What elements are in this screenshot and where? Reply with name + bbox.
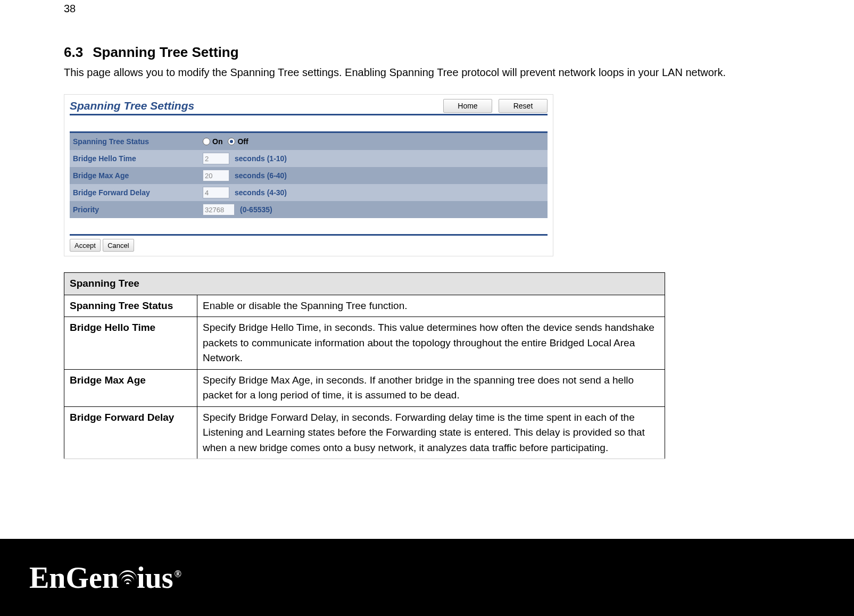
- section-number: 6.3: [64, 44, 83, 60]
- max-age-label: Bridge Max Age: [70, 171, 203, 180]
- table-row: Bridge Hello Time Specify Bridge Hello T…: [64, 317, 665, 370]
- param-name: Bridge Max Age: [64, 369, 197, 406]
- brand-text-gen: Gen: [66, 561, 119, 595]
- home-button[interactable]: Home: [443, 99, 492, 113]
- max-age-input[interactable]: [203, 170, 229, 181]
- parameter-description-table: Spanning Tree Spanning Tree Status Enabl…: [64, 272, 665, 459]
- param-desc: Specify Bridge Max Age, in seconds. If a…: [197, 369, 665, 406]
- priority-input[interactable]: [203, 204, 235, 215]
- section-heading: 6.3Spanning Tree Setting: [64, 44, 790, 61]
- radio-icon: [228, 138, 235, 145]
- brand-text-en: En: [29, 561, 66, 595]
- forward-delay-input[interactable]: [203, 187, 229, 198]
- settings-form: Spanning Tree Status On Off Bridge Hello…: [70, 131, 548, 218]
- hello-time-input[interactable]: [203, 153, 229, 164]
- accept-button[interactable]: Accept: [70, 239, 101, 252]
- forward-delay-label: Bridge Forward Delay: [70, 188, 203, 197]
- priority-label: Priority: [70, 205, 203, 214]
- forward-delay-unit: seconds (4-30): [235, 188, 287, 197]
- cancel-button[interactable]: Cancel: [103, 239, 134, 252]
- footer: EnGenius®: [0, 539, 854, 616]
- brand-text-ius: ius: [137, 561, 173, 595]
- status-off-radio[interactable]: Off: [228, 137, 248, 146]
- param-desc: Specify Bridge Hello Time, in seconds. T…: [197, 317, 665, 370]
- table-row: Bridge Max Age Specify Bridge Max Age, i…: [64, 369, 665, 406]
- table-row: Bridge Forward Delay Specify Bridge Forw…: [64, 406, 665, 459]
- brand-logo: EnGenius®: [29, 561, 180, 595]
- param-name: Spanning Tree Status: [64, 295, 197, 317]
- status-off-text: Off: [237, 137, 248, 146]
- page-number: 38: [64, 3, 790, 15]
- param-name: Bridge Hello Time: [64, 317, 197, 370]
- param-desc: Specify Bridge Forward Delay, in seconds…: [197, 406, 665, 459]
- param-desc: Enable or disable the Spanning Tree func…: [197, 295, 665, 317]
- radio-icon: [203, 138, 210, 145]
- hello-time-unit: seconds (1-10): [235, 154, 287, 163]
- param-name: Bridge Forward Delay: [64, 406, 197, 459]
- registered-mark: ®: [175, 569, 181, 580]
- hello-time-label: Bridge Hello Time: [70, 154, 203, 163]
- max-age-unit: seconds (6-40): [235, 171, 287, 180]
- status-on-text: On: [212, 137, 222, 146]
- panel-title: Spanning Tree Settings: [70, 99, 194, 112]
- section-title: Spanning Tree Setting: [93, 44, 238, 60]
- table-row: Spanning Tree Status Enable or disable t…: [64, 295, 665, 317]
- section-intro: This page allows you to modify the Spann…: [64, 64, 790, 81]
- status-on-radio[interactable]: On: [203, 137, 222, 146]
- reset-button[interactable]: Reset: [499, 99, 548, 113]
- settings-panel: Spanning Tree Settings Home Reset Spanni…: [64, 94, 553, 256]
- panel-divider: [70, 234, 548, 236]
- table-header: Spanning Tree: [64, 273, 665, 295]
- status-label: Spanning Tree Status: [70, 137, 203, 146]
- priority-unit: (0-65535): [240, 205, 272, 214]
